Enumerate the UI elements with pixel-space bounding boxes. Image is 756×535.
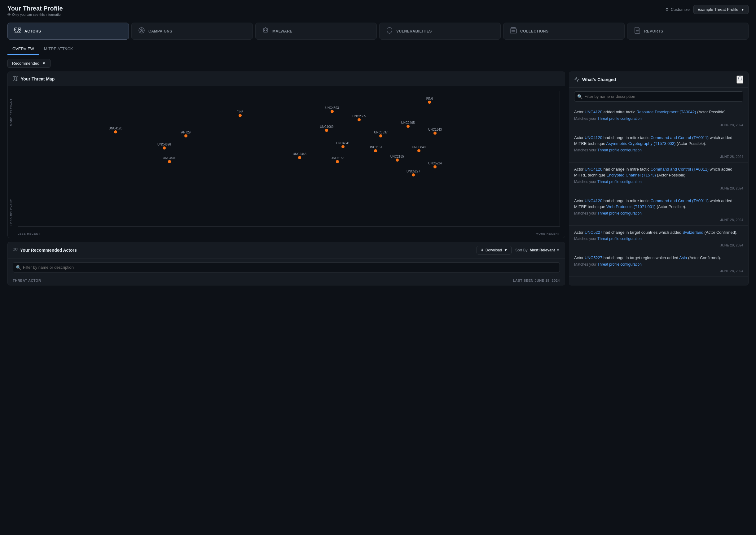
actors-icon-small [13,247,18,253]
tactic-link[interactable]: Resource Development (TA0042) [636,110,696,114]
actor-dot[interactable] [336,160,339,163]
chevron-down-icon: ▼ [741,8,744,12]
actor-dot[interactable] [417,149,420,152]
sub-tab-overview[interactable]: OVERVIEW [8,43,39,55]
recommended-actors-header: Your Recommended Actors ⬇ Download ▼ Sor… [8,242,565,259]
whats-changed-title: What's Changed [574,76,616,83]
actor-link[interactable]: UNC4120 [585,110,602,114]
actors-icon [14,27,21,36]
tab-vulnerabilities-label: VULNERABILITIES [396,29,432,34]
profile-config-link[interactable]: Threat profile configuration [597,237,642,241]
change-item: Actor UNC4120 had change in mitre tactic… [569,194,748,226]
tab-actors[interactable]: ACTORS [8,23,129,40]
actor-dot[interactable] [325,129,328,132]
actor-dot[interactable] [331,110,334,113]
change-matches: Matches your Threat profile configuratio… [574,237,743,241]
tab-collections[interactable]: COLLECTIONS [503,23,625,40]
tactic-link[interactable]: Switzerland [682,230,703,235]
actor-dot[interactable] [168,160,171,163]
eye-icon: 👁 [8,13,11,16]
technique-link[interactable]: Encrypted Channel (T1573) [606,173,656,178]
svg-rect-9 [510,29,517,33]
tactic-link[interactable]: Command and Control (TA0011) [650,135,709,140]
profile-config-link[interactable]: Threat profile configuration [597,116,642,121]
bell-button[interactable] [737,75,743,84]
technique-link[interactable]: Asymmetric Cryptography (T1573.002) [606,141,676,146]
technique-link[interactable]: Web Protocols (T1071.001) [606,204,656,209]
actor-dot[interactable] [163,147,166,150]
actor-label: FIN6 [426,97,433,100]
tab-campaigns[interactable]: CAMPAIGNS [131,23,253,40]
actor-label: UNC5227 [407,170,420,173]
actor-link[interactable]: UNC4120 [585,135,602,140]
actor-link[interactable]: UNC4120 [585,167,602,172]
chevron-down-icon: ▼ [42,61,46,66]
sub-navigation: OVERVIEW MITRE ATT&CK [0,43,756,55]
download-button[interactable]: ⬇ Download ▼ [476,246,512,255]
profile-dropdown[interactable]: Example Threat Profile ▼ [693,5,748,14]
actor-label: UNC1543 [428,128,442,131]
svg-rect-20 [15,248,17,250]
actor-dot[interactable] [239,114,242,117]
actor-dot[interactable] [434,131,437,135]
actor-dot[interactable] [428,100,431,104]
tactic-link[interactable]: Command and Control (TA0011) [650,198,709,203]
change-date: JUNE 28, 2024 [574,123,743,127]
tab-reports[interactable]: REPORTS [627,23,748,40]
actor-label: UNC4841 [336,141,350,145]
activity-icon [574,76,580,83]
actor-label: APT29 [181,131,191,134]
tab-malware[interactable]: MALWARE [255,23,377,40]
actor-label: UNC4509 [163,156,176,160]
profile-config-link[interactable]: Threat profile configuration [597,180,642,184]
actor-link[interactable]: UNC5227 [585,255,602,260]
change-item: Actor UNC4120 had change in mitre tactic… [569,131,748,162]
actor-label: UNC1069 [320,125,333,128]
change-matches: Matches your Threat profile configuratio… [574,116,743,121]
svg-point-7 [264,30,265,31]
tactic-link[interactable]: Asia [679,255,687,260]
actor-dot[interactable] [407,125,409,128]
svg-rect-3 [19,29,20,30]
actor-dot[interactable] [396,158,399,162]
actor-dot[interactable] [357,118,361,121]
customize-button[interactable]: ⚙ Customize [665,7,690,12]
change-text: Actor UNC5227 had change in target regio… [574,255,743,261]
toolbar: Recommended ▼ [0,55,756,71]
profile-config-link[interactable]: Threat profile configuration [597,148,642,152]
actor-link[interactable]: UNC5227 [585,230,602,235]
actor-dot[interactable] [184,134,188,137]
actor-link[interactable]: UNC4120 [585,198,602,203]
left-panel: Your Threat Map MORE RELEVANT LESS RELEV… [8,71,565,286]
actor-dot[interactable] [114,130,117,133]
actor-dot[interactable] [298,156,301,159]
change-text: Actor UNC4120 had change in mitre tactic… [574,135,743,147]
page-title: Your Threat Profile [8,5,63,12]
profile-config-link[interactable]: Threat profile configuration [597,262,642,267]
svg-point-6 [141,30,142,31]
campaigns-icon [138,27,145,36]
change-text: Actor UNC5227 had change in target count… [574,229,743,236]
profile-config-link[interactable]: Threat profile configuration [597,211,642,215]
change-matches: Matches your Threat profile configuratio… [574,180,743,184]
whats-changed-filter-wrapper: 🔍 [574,91,743,101]
actor-label: UNC5155 [331,156,344,160]
svg-marker-16 [13,76,18,81]
actor-dot[interactable] [434,165,437,168]
actor-dot[interactable] [412,173,415,177]
y-axis-top-label: MORE RELEVANT [10,99,13,126]
whats-changed-panel: What's Changed 🔍 Actor UNC4120 added mit… [569,71,748,286]
sort-control[interactable]: Sort By: Most Relevant ▼ [515,248,560,252]
actor-dot[interactable] [374,149,377,152]
tactic-link[interactable]: Command and Control (TA0011) [650,167,709,172]
sub-tab-mitre[interactable]: MITRE ATT&CK [39,43,78,55]
actor-dot[interactable] [379,134,382,137]
actor-dot[interactable] [342,145,345,148]
svg-rect-11 [512,27,515,28]
actor-filter-input[interactable] [13,262,560,272]
whats-changed-filter-input[interactable] [574,91,743,101]
actor-label: UNC3840 [412,146,426,149]
actor-label: UNC2165 [390,155,404,158]
recommended-dropdown[interactable]: Recommended ▼ [8,59,50,68]
tab-vulnerabilities[interactable]: VULNERABILITIES [379,23,501,40]
